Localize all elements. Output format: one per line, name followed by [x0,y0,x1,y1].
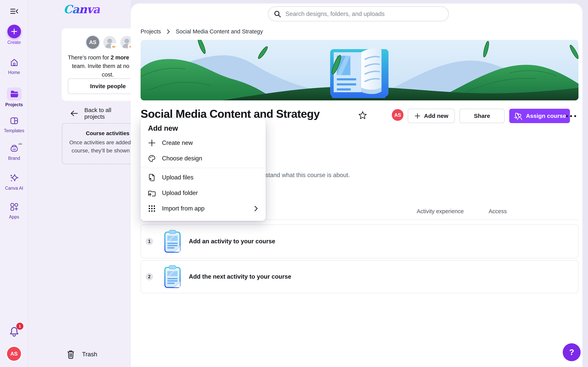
add-new-dropdown: Add new Create new Choose design Upload … [141,118,266,221]
course-description-fragment[interactable]: stand what this course is about. [265,172,350,179]
sidebar-item-brand[interactable]: co Brand [0,142,28,161]
sidebar-label-home: Home [0,70,28,75]
palette-icon [147,154,156,163]
brand-icon: co [9,143,19,153]
search-icon [273,10,282,18]
trash-icon [67,350,75,359]
crown-icon [18,142,23,145]
collapse-sidebar-button[interactable] [0,7,28,17]
nav-rail: Create Home Projects Templates [0,0,28,367]
svg-text:co: co [12,148,16,151]
canva-logo[interactable]: Canva [63,3,100,16]
activity-row-2[interactable]: 2 Add the next activity to your course [141,260,579,293]
apps-icon [9,202,19,212]
plus-icon [147,139,156,147]
search-input[interactable] [285,10,443,17]
breadcrumb-projects[interactable]: Projects [141,28,161,35]
plus-icon [11,28,18,35]
sidebar-item-canva-ai[interactable]: Canva AI [0,172,28,191]
crown-icon [111,43,117,49]
column-header-access: Access [489,208,507,215]
sparkle-icon [9,172,20,183]
sidebar-item-templates[interactable]: Templates [0,116,28,133]
arrow-left-icon [70,110,78,117]
projects-side-panel: Canva AS There’s room for 2 more in your… [28,0,131,367]
breadcrumb: Projects Social Media Content and Strate… [141,28,263,35]
dropdown-title: Add new [141,124,266,135]
sidebar-item-home[interactable]: Home [0,58,28,75]
sidebar-item-projects[interactable]: Projects [0,87,28,107]
assign-course-icon [513,111,522,121]
activity-row-1[interactable]: 1 Add an activity to your course [141,225,579,258]
sidebar-label-templates: Templates [0,128,28,133]
templates-icon [9,116,19,126]
column-header-activity-experience: Activity experience [417,208,464,215]
grid-icon [147,204,156,213]
sidebar-label-apps: Apps [0,214,28,220]
clipboard-icon [164,230,181,253]
back-to-projects-link[interactable]: Back to all projects [70,107,131,120]
collapse-icon [9,7,19,16]
trash-label: Trash [82,351,97,358]
activity-row-label: Add an activity to your course [189,238,275,245]
sidebar-label-projects: Projects [0,102,28,107]
back-link-label: Back to all projects [84,107,131,120]
star-icon[interactable] [358,111,367,120]
page-title: Social Media Content and Strategy [141,107,320,120]
notification-badge: 1 [16,323,23,330]
breadcrumb-current: Social Media Content and Strategy [176,28,263,35]
create-button[interactable]: Create [0,25,28,45]
owner-avatar[interactable]: AS [392,109,404,121]
more-options-button[interactable] [564,113,578,120]
sidebar-item-apps[interactable]: Apps [0,202,28,220]
user-avatar[interactable]: AS [7,347,21,361]
share-button[interactable]: Share [459,109,505,123]
add-new-button[interactable]: Add new [408,109,455,123]
notifications-button[interactable] [0,326,28,339]
clipboard-icon [164,265,181,289]
course-banner-illustration [141,40,579,100]
create-label: Create [0,40,28,45]
home-icon [9,58,19,67]
menu-item-choose-design[interactable]: Choose design [141,151,266,166]
ellipsis-icon [565,115,577,117]
chevron-right-icon [166,29,170,34]
sidebar-label-canva-ai: Canva AI [0,186,28,191]
chevron-right-icon [254,205,259,212]
upload-file-icon [147,173,156,182]
menu-item-upload-folder[interactable]: Upload folder [141,185,266,201]
team-avatar: AS [86,36,99,49]
activity-row-label: Add the next activity to your course [189,273,291,280]
menu-divider [141,168,266,168]
row-number-badge: 2 [146,273,153,280]
row-number-badge: 1 [146,238,153,245]
search-bar[interactable] [268,6,449,21]
help-button[interactable]: ? [563,343,581,361]
sidebar-label-brand: Brand [0,156,28,161]
trash-button[interactable]: Trash [67,350,97,359]
menu-item-create-new[interactable]: Create new [141,135,266,151]
folder-icon [9,90,19,98]
menu-item-import-from-app[interactable]: Import from app [141,201,266,216]
assign-course-button[interactable]: Assign course [509,109,570,123]
menu-item-upload-files[interactable]: Upload files [141,170,266,185]
plus-icon [414,113,421,119]
upload-folder-icon [147,189,156,197]
